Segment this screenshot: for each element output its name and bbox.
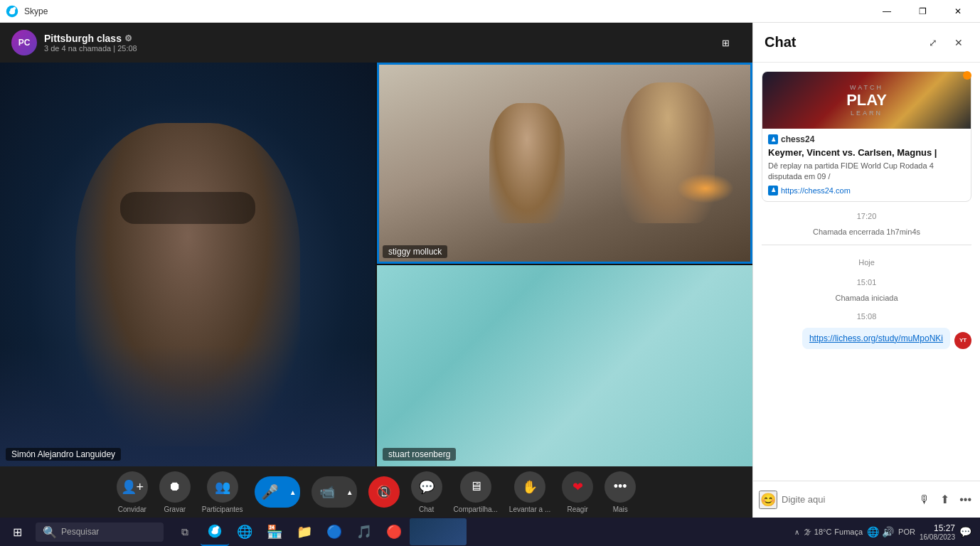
gravar-button[interactable]: ⏺: [159, 471, 191, 503]
ad-image: WATCH PLAY LEARN: [762, 72, 971, 129]
video-arrow-button[interactable]: ▲: [343, 476, 357, 508]
chat-input[interactable]: [782, 494, 912, 505]
mic-button[interactable]: 🎤: [255, 476, 286, 508]
network-icon[interactable]: 🌐: [867, 526, 879, 537]
chat-ctrl-label: Chat: [419, 505, 434, 513]
video-cell-stuart: SR stuart rosenberg: [377, 265, 752, 466]
language-indicator[interactable]: POR: [898, 528, 915, 536]
chat-messages: WATCH PLAY LEARN ♟ chess24 Keymer, Vince…: [753, 63, 980, 481]
weather-status: Fumaça: [834, 528, 863, 536]
video-group: 📹 ▲: [311, 476, 357, 508]
taskbar-app-spotify[interactable]: 🎵: [350, 518, 378, 546]
weather-widget[interactable]: 🌫 18°C Fumaça: [804, 528, 863, 536]
stiggy-label: stiggy molluck: [383, 245, 447, 258]
taskbar-app-files[interactable]: 📁: [290, 518, 319, 546]
close-button[interactable]: ✕: [942, 0, 974, 23]
chevron-up-icon[interactable]: ∧: [794, 528, 799, 536]
more-icon: •••: [614, 479, 627, 494]
call-topbar: PC Pittsburgh class ⚙ 3 de 4 na chamada …: [0, 23, 752, 63]
taskbar-thumbnail: [410, 518, 467, 545]
titlebar: Skype — ❐ ✕: [0, 0, 980, 23]
mais-button[interactable]: •••: [604, 471, 636, 503]
video-button[interactable]: 📹: [311, 476, 343, 508]
taskbar: ⊞ 🔍 Pesquisar ⧉ 🌐 🏪 📁 🔵 🎵: [0, 518, 980, 546]
start-button[interactable]: ⊞: [3, 518, 31, 546]
settings-icon[interactable]: ⚙: [124, 33, 132, 43]
chat-ctrl-button[interactable]: 💬: [411, 471, 442, 503]
taskbar-search[interactable]: 🔍 Pesquisar: [36, 523, 164, 542]
taskbar-app-edge[interactable]: 🔵: [320, 518, 348, 546]
reagir-group: ❤ Reagir: [562, 471, 593, 513]
notification-dot: [963, 71, 971, 80]
lichess-link[interactable]: https://lichess.org/study/muMpoNKi: [809, 333, 943, 343]
taskbar-app-skype[interactable]: [201, 518, 229, 546]
taskbar-app-chrome[interactable]: 🌐: [230, 518, 259, 546]
more-options-button[interactable]: •••: [957, 491, 974, 509]
send-button[interactable]: ⬆: [937, 490, 952, 509]
volume-icon[interactable]: 🔊: [882, 526, 894, 537]
ad-logo-row: ♟ chess24: [768, 134, 965, 144]
levantar-group: ✋ Levantar a ...: [509, 471, 550, 513]
reagir-label: Reagir: [567, 505, 587, 513]
call-info: Pittsburgh class ⚙ 3 de 4 na chamada | 2…: [44, 33, 137, 53]
levantar-button[interactable]: ✋: [514, 471, 545, 503]
divider-1: [762, 245, 971, 245]
grid-icon: ⊞: [722, 38, 730, 48]
call-topbar-right: ⊞: [715, 35, 741, 51]
chat-input-area: 😊 🎙 ⬆ •••: [753, 481, 980, 518]
clock[interactable]: 15:27 16/08/2023: [920, 523, 955, 541]
compartilhar-label: Compartilha...: [454, 505, 498, 513]
skype-taskbar-icon: [208, 524, 222, 538]
time-display: 15:27: [920, 523, 955, 533]
simon-label: Simón Alejandro Languidey: [6, 448, 121, 461]
taskbar-apps: ⧉ 🌐 🏪 📁 🔵 🎵 🔴: [171, 518, 467, 546]
taskbar-app-store[interactable]: 🏪: [260, 518, 289, 546]
app7-icon: 🔴: [386, 524, 402, 540]
windows-logo-icon: ⊞: [13, 525, 22, 539]
call-status: 3 de 4 na chamada | 25:08: [44, 44, 137, 53]
convidar-button[interactable]: 👤+: [117, 471, 148, 503]
chrome-icon: 🌐: [237, 524, 252, 540]
gravar-group: ⏺ Gravar: [159, 471, 191, 513]
window-controls: — ❐ ✕: [870, 0, 974, 23]
timestamp-1720: 17:20: [762, 212, 971, 220]
mic-arrow-button[interactable]: ▲: [286, 476, 300, 508]
ad-play: PLAY: [846, 91, 887, 109]
stiggy-video-bg: [377, 63, 752, 264]
chat-expand-button[interactable]: ⤢: [923, 33, 943, 53]
sender-avatar: YT: [954, 332, 971, 349]
ad-card[interactable]: WATCH PLAY LEARN ♟ chess24 Keymer, Vince…: [762, 71, 971, 202]
minimize-button[interactable]: —: [870, 0, 903, 23]
store-icon: 🏪: [267, 524, 282, 540]
taskbar-app-app7[interactable]: 🔴: [380, 518, 408, 546]
audio-message-button[interactable]: 🎙: [916, 491, 933, 509]
end-call-button[interactable]: 📵: [368, 476, 400, 508]
participantes-button[interactable]: 👥: [207, 471, 238, 503]
phone-end-icon: 📵: [376, 484, 392, 500]
app-title: Skype: [24, 6, 48, 16]
ad-learn: LEARN: [851, 109, 883, 117]
spotify-icon: 🎵: [356, 524, 372, 540]
emoji-button[interactable]: 😊: [759, 491, 777, 509]
files-icon: 📁: [297, 524, 312, 540]
reagir-button[interactable]: ❤: [562, 471, 593, 503]
notifications-icon[interactable]: 💬: [959, 526, 971, 537]
msg-bubble-lichess[interactable]: https://lichess.org/study/muMpoNKi: [802, 328, 950, 349]
mic-with-arrow: 🎤 ▲: [255, 476, 300, 508]
ad-watch: WATCH: [850, 84, 883, 91]
ad-link[interactable]: ♟ https://chess24.com: [768, 186, 965, 196]
participantes-label: Participantes: [202, 505, 243, 513]
taskbar-app-taskview[interactable]: ⧉: [171, 518, 199, 546]
ad-description: Dê replay na partida FIDE World Cup Roda…: [768, 161, 965, 183]
chat-close-button[interactable]: ✕: [949, 33, 969, 53]
system-msg-encerrada: Chamada encerrada 1h7min4s: [762, 228, 971, 236]
share-icon: 🖥: [469, 479, 482, 494]
endcall-group: 📵: [368, 476, 400, 508]
call-area: PC Pittsburgh class ⚙ 3 de 4 na chamada …: [0, 23, 752, 518]
timestamp-1501: 15:01: [762, 278, 971, 287]
date-hoje: Hoje: [762, 258, 971, 267]
maximize-button[interactable]: ❐: [906, 0, 939, 23]
compartilhar-button[interactable]: 🖥: [460, 471, 491, 503]
add-person-icon: 👤+: [121, 479, 144, 495]
exibir-button[interactable]: ⊞: [715, 35, 741, 51]
